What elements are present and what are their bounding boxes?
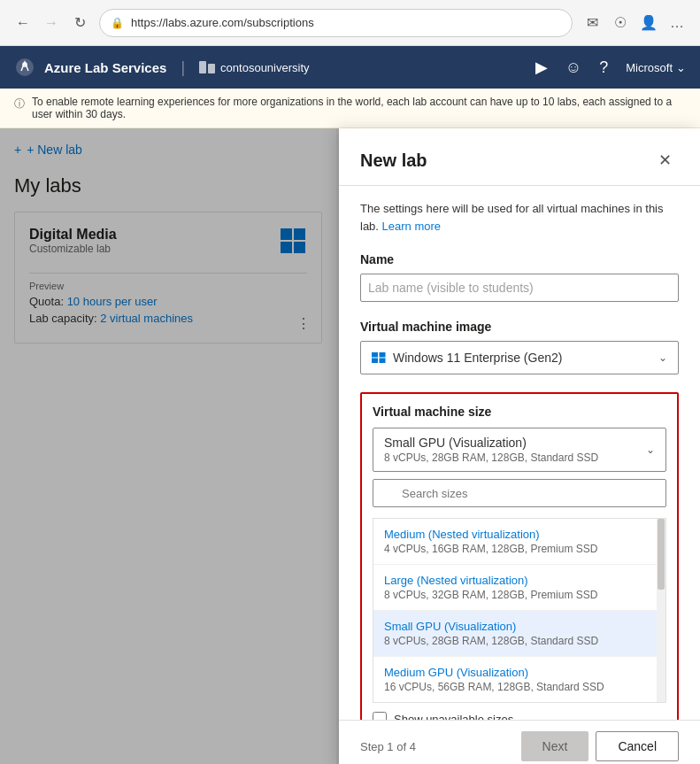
vm-image-chevron-icon: ⌄	[658, 351, 667, 364]
vm-image-label: Virtual machine image	[360, 320, 679, 334]
size-list-item-0[interactable]: Medium (Nested virtualization) 4 vCPUs, …	[373, 519, 657, 565]
app-name: Azure Lab Services	[44, 60, 166, 75]
refresh-button[interactable]: ↻	[67, 11, 92, 35]
vm-size-dropdown[interactable]: Small GPU (Visualization) 8 vCPUs, 28GB …	[373, 428, 666, 472]
new-lab-panel: New lab ✕ The settings here will be used…	[339, 128, 700, 764]
search-wrapper: 🔍	[373, 479, 666, 511]
forward-button[interactable]: →	[39, 11, 64, 35]
svg-rect-11	[380, 359, 386, 364]
size-item-detail-1: 8 vCPUs, 32GB RAM, 128GB, Premium SSD	[384, 589, 646, 601]
size-item-detail-2: 8 vCPUs, 28GB RAM, 128GB, Standard SSD	[384, 635, 646, 647]
info-banner: ⓘ To enable remote learning experiences …	[0, 89, 700, 128]
size-list-item-1[interactable]: Large (Nested virtualization) 8 vCPUs, 3…	[373, 565, 657, 611]
show-unavailable-label: Show unavailable sizes	[394, 713, 513, 721]
panel-body: The settings here will be used for all v…	[339, 186, 700, 720]
url-text: https://labs.azure.com/subscriptions	[131, 16, 314, 29]
vm-image-dropdown[interactable]: Windows 11 Enterprise (Gen2) ⌄	[360, 341, 679, 374]
user-menu[interactable]: Microsoft ⌄	[626, 61, 686, 74]
cancel-button[interactable]: Cancel	[596, 731, 679, 761]
panel-footer: Step 1 of 4 Next Cancel	[339, 720, 700, 764]
size-item-detail-3: 16 vCPUs, 56GB RAM, 128GB, Standard SSD	[384, 681, 646, 693]
step-indicator: Step 1 of 4	[360, 740, 416, 753]
size-item-name-2: Small GPU (Visualization)	[384, 620, 646, 633]
scroll-track[interactable]	[657, 519, 665, 702]
browser-chrome: ← → ↻ 🔒 https://labs.azure.com/subscript…	[0, 0, 700, 46]
info-text: To enable remote learning experiences fo…	[32, 96, 686, 120]
vm-image-selected: Windows 11 Enterprise (Gen2)	[393, 351, 651, 365]
next-button[interactable]: Next	[521, 731, 589, 761]
help-icon-button[interactable]: ?	[599, 58, 608, 77]
header-divider: |	[181, 58, 185, 77]
size-selected-detail: 8 vCPUs, 28GB RAM, 128GB, Standard SSD	[384, 451, 598, 464]
panel-description: The settings here will be used for all v…	[360, 200, 679, 235]
svg-rect-10	[372, 359, 378, 364]
footer-buttons: Next Cancel	[521, 731, 679, 761]
panel-header: New lab ✕	[339, 128, 700, 186]
svg-rect-3	[208, 64, 215, 73]
name-label: Name	[360, 252, 679, 266]
tenant-icon	[199, 61, 215, 73]
user-name: Microsoft	[626, 61, 673, 74]
info-icon: ⓘ	[14, 96, 25, 112]
browser-actions: ✉ ☉ 👤 …	[580, 11, 689, 35]
collections-button[interactable]: ☉	[608, 11, 633, 35]
user-chevron-icon: ⌄	[676, 61, 686, 74]
vm-size-chevron-icon: ⌄	[646, 444, 655, 456]
vm-image-field-group: Virtual machine image Windows 11 Enterpr…	[360, 320, 679, 374]
svg-rect-2	[199, 61, 206, 73]
size-item-name-3: Medium GPU (Visualization)	[384, 666, 646, 679]
size-search-input[interactable]	[373, 479, 666, 507]
size-list-item-2[interactable]: Small GPU (Visualization) 8 vCPUs, 28GB …	[373, 611, 657, 657]
address-bar[interactable]: 🔒 https://labs.azure.com/subscriptions	[99, 9, 573, 37]
more-button[interactable]: …	[665, 11, 689, 35]
learn-more-link[interactable]: Learn more	[382, 220, 441, 233]
windows-small-icon	[372, 352, 386, 363]
close-button[interactable]: ✕	[650, 146, 679, 174]
feedback-icon-button[interactable]: ☺	[565, 58, 581, 77]
azure-logo-icon	[14, 57, 35, 78]
size-item-detail-0: 4 vCPUs, 16GB RAM, 128GB, Premium SSD	[384, 543, 646, 555]
size-selected-name: Small GPU (Visualization)	[384, 436, 598, 450]
svg-rect-9	[380, 352, 386, 358]
panel-title: New lab	[360, 150, 427, 171]
scroll-thumb	[658, 519, 665, 590]
monitor-icon-button[interactable]: ▶	[535, 58, 548, 77]
profile-button[interactable]: 👤	[636, 11, 661, 35]
nav-buttons: ← → ↻	[11, 11, 92, 35]
size-selected-info: Small GPU (Visualization) 8 vCPUs, 28GB …	[384, 436, 598, 464]
name-field-group: Name	[360, 252, 679, 302]
show-unavailable-checkbox[interactable]	[373, 712, 387, 720]
show-unavailable-row: Show unavailable sizes	[373, 712, 666, 720]
favorites-button[interactable]: ✉	[580, 11, 604, 35]
vm-size-section: Virtual machine size Small GPU (Visualiz…	[360, 392, 679, 720]
main-layout: + + New lab My labs Digital Media Custom…	[0, 128, 700, 764]
vm-size-label: Virtual machine size	[373, 405, 666, 419]
tenant-selector[interactable]: contosouniversity	[199, 61, 309, 74]
back-button[interactable]: ←	[11, 11, 35, 35]
size-list: Medium (Nested virtualization) 4 vCPUs, …	[373, 519, 657, 702]
app-header: Azure Lab Services | contosouniversity ▶…	[0, 46, 700, 89]
app-logo: Azure Lab Services	[14, 57, 166, 78]
tenant-name: contosouniversity	[220, 61, 309, 74]
size-list-container: Medium (Nested virtualization) 4 vCPUs, …	[373, 518, 666, 703]
size-list-item-3[interactable]: Medium GPU (Visualization) 16 vCPUs, 56G…	[373, 657, 657, 702]
name-input[interactable]	[360, 274, 679, 302]
size-item-name-1: Large (Nested virtualization)	[384, 574, 646, 587]
size-item-name-0: Medium (Nested virtualization)	[384, 528, 646, 541]
svg-point-1	[22, 62, 27, 67]
lock-icon: 🔒	[111, 17, 124, 29]
header-icons: ▶ ☺ ? Microsoft ⌄	[535, 58, 686, 77]
svg-rect-8	[372, 352, 378, 358]
